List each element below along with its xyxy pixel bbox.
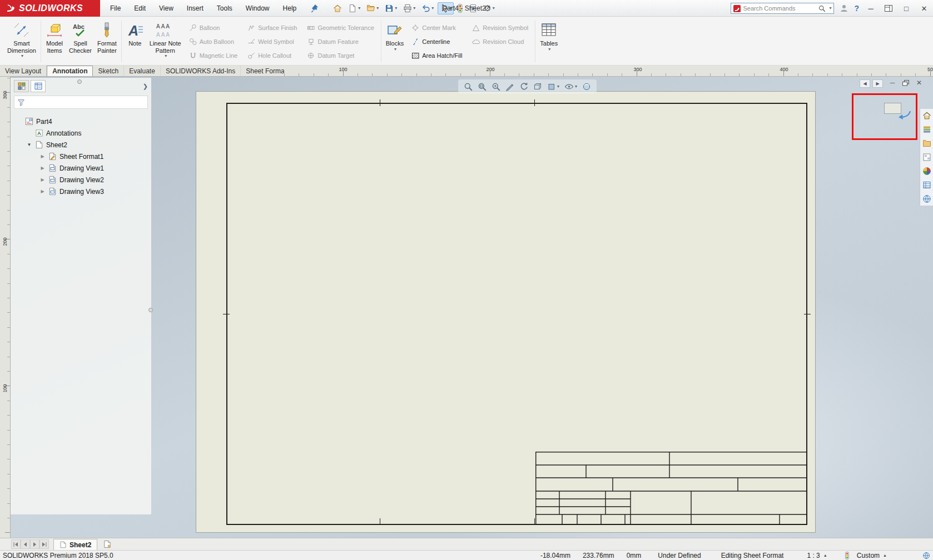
magnetic-line-button[interactable]: Magnetic Line (189, 51, 238, 60)
user-account-icon[interactable] (840, 4, 848, 13)
auto-balloon-button[interactable]: Auto Balloon (189, 37, 238, 46)
blocks-button[interactable]: Blocks ▾ (383, 18, 406, 64)
panel-splitter-handle[interactable] (148, 308, 153, 312)
center-mark-button[interactable]: Center Mark (411, 23, 462, 32)
tables-button[interactable]: Tables ▾ (537, 18, 560, 64)
zoom-to-selection-icon[interactable] (505, 82, 514, 91)
chevron-down-icon[interactable]: ▾ (413, 6, 415, 11)
status-rebuild-icon[interactable] (845, 552, 849, 559)
home-button[interactable] (331, 2, 344, 14)
units-popup-icon[interactable]: ▲ (883, 553, 887, 557)
solidworks-resources-icon[interactable] (922, 194, 931, 203)
area-hatch-fill-button[interactable]: Area Hatch/Fill (411, 51, 462, 60)
home-icon[interactable] (922, 111, 931, 120)
next-sheet-icon[interactable]: ▶ (872, 79, 883, 88)
drawing-sheet[interactable] (196, 92, 815, 532)
chevron-down-icon[interactable]: ▾ (395, 6, 397, 11)
status-sheet-scale[interactable]: 1 : 3 (807, 552, 820, 559)
doc-close-icon[interactable]: ✕ (914, 79, 925, 87)
smart-dimension-button[interactable]: Smart Dimension ▾ (4, 18, 39, 64)
feature-manager-tree-tab[interactable] (14, 80, 29, 92)
design-library-icon[interactable] (922, 125, 931, 134)
menu-tools[interactable]: Tools (210, 0, 239, 17)
print-button[interactable]: ▾ (401, 2, 418, 14)
hide-show-items-icon[interactable]: ▾ (564, 82, 577, 91)
3d-drawing-view-icon[interactable] (533, 82, 542, 91)
chevron-down-icon[interactable]: ▾ (575, 84, 577, 89)
undo-button[interactable]: ▾ (419, 2, 436, 14)
collapse-icon[interactable]: ▼ (26, 142, 32, 147)
tab-annotation[interactable]: Annotation (47, 66, 93, 76)
menu-edit[interactable]: Edit (127, 0, 152, 17)
tree-item-drawing-view2[interactable]: ▶ Drawing View2 (11, 174, 151, 186)
appearances-icon[interactable] (922, 167, 931, 176)
expand-icon[interactable]: ▶ (39, 189, 46, 194)
tab-view-layout[interactable]: View Layout (0, 66, 47, 76)
scale-popup-icon[interactable]: ▲ (823, 553, 827, 557)
apply-scene-icon[interactable] (582, 82, 591, 91)
chevron-down-icon[interactable]: ▾ (376, 6, 379, 11)
window-panes-button[interactable] (882, 5, 895, 12)
datum-feature-button[interactable]: Datum Feature (307, 37, 374, 46)
chevron-down-icon[interactable]: ▾ (557, 84, 559, 89)
menu-insert[interactable]: Insert (180, 0, 210, 17)
previous-sheet-icon[interactable]: ◀ (860, 79, 870, 88)
minimize-button[interactable]: ─ (865, 4, 877, 13)
chevron-down-icon[interactable]: ▾ (829, 6, 831, 11)
status-globe-icon[interactable] (922, 552, 930, 559)
chevron-down-icon[interactable]: ▾ (394, 47, 396, 52)
search-input[interactable] (743, 5, 816, 12)
datum-target-button[interactable]: Datum Target (307, 51, 374, 60)
tree-item-part[interactable]: Part4 (11, 116, 151, 127)
zoom-to-fit-icon[interactable] (464, 82, 473, 91)
menu-window[interactable]: Window (239, 0, 276, 17)
linear-note-pattern-button[interactable]: AAAAAA Linear Note Pattern ▾ (147, 18, 184, 64)
balloon-button[interactable]: Balloon (189, 23, 238, 32)
menu-view[interactable]: View (152, 0, 180, 17)
file-explorer-icon[interactable] (922, 139, 931, 148)
tree-item-sheet-format[interactable]: ▶ Sheet Format1 (11, 151, 151, 162)
expand-icon[interactable]: ▶ (39, 177, 46, 182)
last-sheet-button[interactable] (39, 539, 49, 549)
revision-cloud-button[interactable]: Revision Cloud (472, 37, 528, 46)
search-scope-icon[interactable] (733, 5, 741, 12)
sheet-tab-sheet2[interactable]: Sheet2 (53, 539, 97, 550)
display-style-icon[interactable]: ▾ (547, 82, 559, 91)
zoom-in-out-icon[interactable] (492, 82, 500, 91)
tree-item-sheet2[interactable]: ▼ Sheet2 (11, 139, 151, 151)
previous-sheet-button[interactable] (21, 539, 30, 549)
geometric-tolerance-button[interactable]: Geometric Tolerance (307, 23, 374, 32)
pin-menu-icon[interactable] (311, 4, 319, 13)
chevron-down-icon[interactable]: ▾ (493, 6, 495, 11)
menu-file[interactable]: File (103, 0, 127, 17)
previous-view-icon[interactable] (519, 82, 528, 91)
status-units[interactable]: Custom (857, 552, 880, 559)
chevron-down-icon[interactable]: ▾ (21, 54, 23, 58)
expand-icon[interactable]: ▶ (39, 154, 46, 159)
surface-finish-button[interactable]: Surface Finish (247, 23, 297, 32)
doc-restore-icon[interactable] (900, 80, 911, 86)
property-manager-tab[interactable] (31, 80, 46, 92)
new-document-button[interactable]: ▾ (346, 2, 363, 14)
doc-minimize-icon[interactable]: ─ (887, 79, 898, 87)
maximize-button[interactable]: □ (900, 4, 912, 13)
close-button[interactable]: ✕ (918, 4, 930, 13)
next-sheet-button[interactable] (30, 539, 39, 549)
hole-callout-button[interactable]: Hole Callout (247, 51, 297, 60)
save-button[interactable]: ▾ (383, 2, 399, 14)
status-editing-mode[interactable]: Editing Sheet Format (721, 552, 784, 559)
chevron-down-icon[interactable]: ▾ (165, 54, 167, 58)
first-sheet-button[interactable] (11, 539, 21, 549)
view-palette-icon[interactable] (922, 153, 931, 162)
revision-symbol-button[interactable]: Revision Symbol (472, 23, 528, 32)
tab-solidworks-add-ins[interactable]: SOLIDWORKS Add-Ins (161, 66, 241, 76)
chevron-down-icon[interactable]: ▾ (358, 6, 360, 11)
expand-panel-chevron-icon[interactable]: ❯ (143, 83, 148, 90)
spell-checker-button[interactable]: Abc Spell Checker (66, 18, 95, 64)
tab-evaluate[interactable]: Evaluate (124, 66, 161, 76)
tree-item-drawing-view3[interactable]: ▶ Drawing View3 (11, 186, 151, 197)
menu-help[interactable]: Help (276, 0, 304, 17)
custom-properties-icon[interactable] (922, 181, 931, 189)
format-painter-button[interactable]: Format Painter (95, 18, 120, 64)
tree-item-annotations[interactable]: A Annotations (11, 127, 151, 139)
